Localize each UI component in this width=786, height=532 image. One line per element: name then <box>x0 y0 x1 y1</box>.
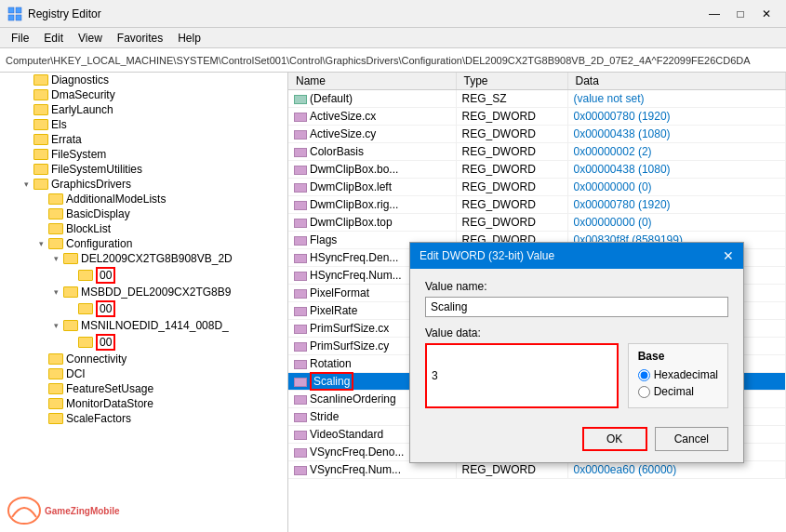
menu-file[interactable]: File <box>4 30 36 47</box>
cell-type: REG_SZ <box>456 90 567 108</box>
menu-view[interactable]: View <box>71 30 110 47</box>
registry-value-icon <box>294 342 307 352</box>
svg-rect-3 <box>16 15 21 20</box>
cell-type: REG_DWORD <box>456 461 567 479</box>
dialog-titlebar: Edit DWORD (32-bit) Value ✕ <box>410 243 743 269</box>
folder-icon-basicdisplay <box>48 208 63 219</box>
tree-item-msnilnoedid-00[interactable]: 00 <box>0 333 287 352</box>
tree-item-els[interactable]: Els <box>0 117 287 132</box>
folder-icon-msnilnoedid-00 <box>78 337 93 348</box>
table-row[interactable]: (Default)REG_SZ(value not set) <box>288 90 786 108</box>
tree-item-msbdd[interactable]: MSBDD_DEL2009CX2TG8B9 <box>0 285 287 299</box>
col-name: Name <box>288 73 456 90</box>
scaling-label: Scaling <box>310 372 353 391</box>
menubar: File Edit View Favorites Help <box>0 28 786 48</box>
registry-value-icon <box>294 148 307 157</box>
tree-label-msbdd-00: 00 <box>96 300 115 317</box>
tree-item-del2009-00[interactable]: 00 <box>0 266 287 285</box>
tree-item-scalefactors[interactable]: ScaleFactors <box>0 411 287 426</box>
expand-graphicsdrivers[interactable] <box>19 180 33 189</box>
base-label: Base <box>638 350 718 363</box>
tree-item-graphicsdrivers[interactable]: GraphicsDrivers <box>0 177 287 192</box>
value-name-input[interactable] <box>425 297 728 317</box>
svg-rect-0 <box>8 7 14 13</box>
value-data-input[interactable] <box>425 343 619 408</box>
menu-favorites[interactable]: Favorites <box>110 30 170 47</box>
cell-data: 0x00000438 (1080) <box>567 161 786 179</box>
tree-item-monitordatastore[interactable]: MonitorDataStore <box>0 396 287 411</box>
tree-item-filesystem[interactable]: FileSystem <box>0 147 287 162</box>
close-button[interactable]: ✕ <box>754 5 779 23</box>
tree-item-connectivity[interactable]: Connectivity <box>0 352 287 366</box>
radio-dec-input[interactable] <box>638 386 650 398</box>
tree-item-basicdisplay[interactable]: BasicDisplay <box>0 206 287 221</box>
registry-tree[interactable]: Diagnostics DmaSecurity EarlyLaunch Els … <box>0 73 288 532</box>
menu-help[interactable]: Help <box>170 30 208 47</box>
registry-value-icon <box>294 272 307 281</box>
tree-item-diagnostics[interactable]: Diagnostics <box>0 73 287 87</box>
radio-dec-label: Decimal <box>654 385 694 398</box>
menu-edit[interactable]: Edit <box>36 30 71 47</box>
cell-type: REG_DWORD <box>456 214 567 232</box>
table-row[interactable]: ActiveSize.cxREG_DWORD0x00000780 (1920) <box>288 108 786 126</box>
expand-msnilnoedid[interactable] <box>48 321 63 330</box>
tree-item-del2009[interactable]: DEL2009CX2TG8B908VB_2D <box>0 251 287 266</box>
table-row[interactable]: DwmClipBox.rig...REG_DWORD0x00000780 (19… <box>288 196 786 214</box>
window-title: Registry Editor <box>28 7 702 20</box>
table-row[interactable]: ColorBasisREG_DWORD0x00000002 (2) <box>288 143 786 161</box>
table-row[interactable]: DwmClipBox.topREG_DWORD0x00000000 (0) <box>288 214 786 232</box>
dialog-title: Edit DWORD (32-bit) Value <box>420 249 554 262</box>
cell-type: REG_DWORD <box>456 161 567 179</box>
tree-item-earlylaunch[interactable]: EarlyLaunch <box>0 102 287 117</box>
tree-item-dci[interactable]: DCI <box>0 366 287 381</box>
tree-item-dmasecurity[interactable]: DmaSecurity <box>0 87 287 102</box>
dialog-close-button[interactable]: ✕ <box>723 248 734 263</box>
tree-item-msnilnoedid[interactable]: MSNILNOEDID_1414_008D_ <box>0 318 287 333</box>
expand-msbdd[interactable] <box>48 287 63 297</box>
table-row[interactable]: VSyncFreq.Num...REG_DWORD0x0000ea60 (600… <box>288 461 786 479</box>
col-data: Data <box>567 73 786 90</box>
tree-item-blocklist[interactable]: BlockList <box>0 221 287 236</box>
cancel-button[interactable]: Cancel <box>655 427 728 451</box>
watermark-text: GameZingMobile <box>45 506 120 516</box>
radio-hex-input[interactable] <box>638 369 650 381</box>
table-row[interactable]: DwmClipBox.leftREG_DWORD0x00000000 (0) <box>288 179 786 196</box>
tree-label-scalefactors: ScaleFactors <box>66 412 131 425</box>
registry-value-icon <box>294 448 307 458</box>
cell-name: (Default) <box>288 90 456 108</box>
base-group: Base Hexadecimal Decimal <box>628 343 728 408</box>
col-type: Type <box>456 73 567 90</box>
cell-data: 0x00000780 (1920) <box>567 108 786 126</box>
cell-name: ColorBasis <box>288 143 456 161</box>
registry-value-icon <box>294 378 307 387</box>
folder-icon-dci <box>48 368 63 379</box>
tree-item-additionalmodelists[interactable]: AdditionalModeLists <box>0 192 287 206</box>
expand-configuration[interactable] <box>33 239 48 248</box>
ok-button[interactable]: OK <box>582 427 647 451</box>
tree-label-filesystemutils: FileSystemUtilities <box>51 163 142 176</box>
radio-hexadecimal[interactable]: Hexadecimal <box>638 368 718 381</box>
folder-icon-msnilnoedid <box>63 320 78 331</box>
tree-item-featuresetusage[interactable]: FeatureSetUsage <box>0 381 287 396</box>
tree-label-diagnostics: Diagnostics <box>51 73 109 86</box>
tree-label-monitordatastore: MonitorDataStore <box>66 397 153 410</box>
radio-decimal[interactable]: Decimal <box>638 385 718 398</box>
table-row[interactable]: ActiveSize.cyREG_DWORD0x00000438 (1080) <box>288 126 786 143</box>
registry-value-icon <box>294 95 307 104</box>
tree-item-configuration[interactable]: Configuration <box>0 236 287 251</box>
registry-value-icon <box>294 201 307 210</box>
titlebar: Registry Editor — □ ✕ <box>0 0 786 28</box>
maximize-button[interactable]: □ <box>728 5 753 23</box>
tree-item-filesystemutils[interactable]: FileSystemUtilities <box>0 162 287 177</box>
value-name-label: Value name: <box>425 280 728 293</box>
tree-item-msbdd-00[interactable]: 00 <box>0 299 287 318</box>
table-row[interactable]: DwmClipBox.bo...REG_DWORD0x00000438 (108… <box>288 161 786 179</box>
tree-item-errata[interactable]: Errata <box>0 132 287 147</box>
minimize-button[interactable]: — <box>702 5 726 23</box>
registry-value-icon <box>294 395 307 405</box>
folder-icon-filesystemutils <box>33 164 48 175</box>
registry-value-icon <box>294 307 307 316</box>
expand-del2009[interactable] <box>48 254 63 263</box>
folder-icon-diagnostics <box>33 74 48 86</box>
cell-name: DwmClipBox.rig... <box>288 196 456 214</box>
